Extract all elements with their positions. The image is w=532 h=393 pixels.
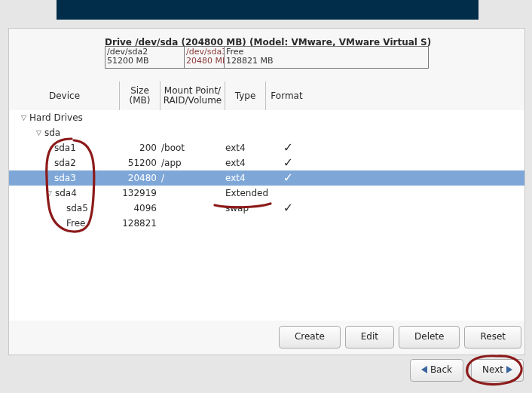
mount-value bbox=[158, 186, 225, 201]
mount-value: /boot bbox=[158, 140, 225, 155]
type-value: ext4 bbox=[222, 170, 271, 186]
size-value: 20480 bbox=[118, 170, 158, 186]
next-button[interactable]: Next bbox=[471, 359, 524, 382]
mount-value bbox=[158, 201, 225, 216]
diagram-segment: /dev/sda320480 MB bbox=[185, 47, 225, 68]
type-value bbox=[222, 216, 271, 231]
drive-diagram: /dev/sda251200 MB/dev/sda320480 MBFree12… bbox=[105, 46, 429, 69]
header-format[interactable]: Format bbox=[266, 81, 307, 110]
partition-tree: ▽Hard Drives▽sdasda1200/bootext4✓sda2512… bbox=[9, 110, 524, 321]
delete-button[interactable]: Delete bbox=[399, 326, 460, 348]
type-value: ext4 bbox=[222, 140, 271, 155]
size-value: 51200 bbox=[118, 155, 158, 170]
format-check-icon: ✓ bbox=[268, 155, 309, 170]
disclosure-icon[interactable]: ▽ bbox=[36, 125, 43, 140]
type-value: Extended bbox=[222, 186, 271, 201]
arrow-left-icon bbox=[421, 366, 427, 373]
mount-value bbox=[158, 125, 225, 140]
device-label: sda5 bbox=[66, 201, 88, 216]
partition-panel: Drive /dev/sda (204800 MB) (Model: VMwar… bbox=[8, 28, 525, 355]
device-label: sda4 bbox=[55, 186, 77, 201]
format-check-icon: ✓ bbox=[268, 140, 309, 155]
back-button[interactable]: Back bbox=[410, 359, 463, 382]
header-type[interactable]: Type bbox=[225, 81, 266, 110]
format-check-icon: ✓ bbox=[268, 170, 309, 186]
nav-bar: Back Next bbox=[8, 359, 524, 385]
format-check-icon bbox=[268, 110, 309, 125]
partition-row[interactable]: ▽sda bbox=[9, 125, 524, 140]
mount-value bbox=[158, 216, 225, 231]
column-headers: Device Size (MB) Mount Point/ RAID/Volum… bbox=[10, 81, 524, 111]
partition-row[interactable]: sda1200/bootext4✓ bbox=[9, 140, 524, 155]
diagram-segment: /dev/sda251200 MB bbox=[105, 47, 185, 68]
size-value bbox=[118, 110, 158, 125]
partition-row: Free128821 bbox=[9, 216, 524, 231]
header-mount[interactable]: Mount Point/ RAID/Volume bbox=[161, 81, 225, 110]
partition-row[interactable]: sda251200/appext4✓ bbox=[9, 155, 524, 170]
device-label: Free bbox=[66, 216, 85, 231]
next-label: Next bbox=[482, 364, 503, 375]
edit-button[interactable]: Edit bbox=[345, 326, 394, 348]
size-value: 128821 bbox=[118, 216, 158, 231]
format-check-icon: ✓ bbox=[268, 201, 309, 216]
disclosure-icon[interactable]: ▽ bbox=[21, 110, 28, 125]
size-value: 200 bbox=[118, 140, 158, 155]
mount-value: /app bbox=[158, 155, 225, 170]
partition-row: ▽Hard Drives bbox=[9, 110, 524, 125]
type-value: swap bbox=[222, 201, 271, 216]
size-value: 132919 bbox=[118, 186, 158, 201]
disclosure-icon[interactable]: ▽ bbox=[47, 186, 54, 201]
device-label: sda2 bbox=[54, 155, 76, 170]
back-label: Back bbox=[430, 364, 452, 375]
header-device[interactable]: Device bbox=[10, 81, 120, 110]
device-label: Hard Drives bbox=[29, 110, 83, 125]
mount-value: / bbox=[158, 170, 225, 186]
mount-value bbox=[158, 110, 225, 125]
partition-row[interactable]: ▽sda4132919Extended bbox=[9, 186, 524, 201]
format-check-icon bbox=[268, 186, 309, 201]
size-value: 4096 bbox=[118, 201, 158, 216]
diagram-segment: Free128821 MB bbox=[225, 47, 428, 68]
type-value bbox=[222, 110, 271, 125]
type-value bbox=[222, 125, 271, 140]
reset-button[interactable]: Reset bbox=[464, 326, 521, 348]
device-label: sda bbox=[44, 125, 60, 140]
partition-row[interactable]: sda320480/ext4✓ bbox=[9, 170, 524, 186]
size-value bbox=[118, 125, 158, 140]
device-label: sda1 bbox=[54, 140, 76, 155]
type-value: ext4 bbox=[222, 155, 271, 170]
device-label: sda3 bbox=[54, 170, 76, 186]
arrow-right-icon bbox=[506, 366, 512, 373]
header-size[interactable]: Size (MB) bbox=[120, 81, 161, 110]
format-check-icon bbox=[268, 125, 309, 140]
partition-row[interactable]: sda54096swap✓ bbox=[9, 201, 524, 216]
action-bar: Create Edit Delete Reset bbox=[10, 326, 521, 352]
format-check-icon bbox=[268, 216, 309, 231]
header-banner bbox=[57, 0, 478, 20]
create-button[interactable]: Create bbox=[279, 326, 341, 348]
